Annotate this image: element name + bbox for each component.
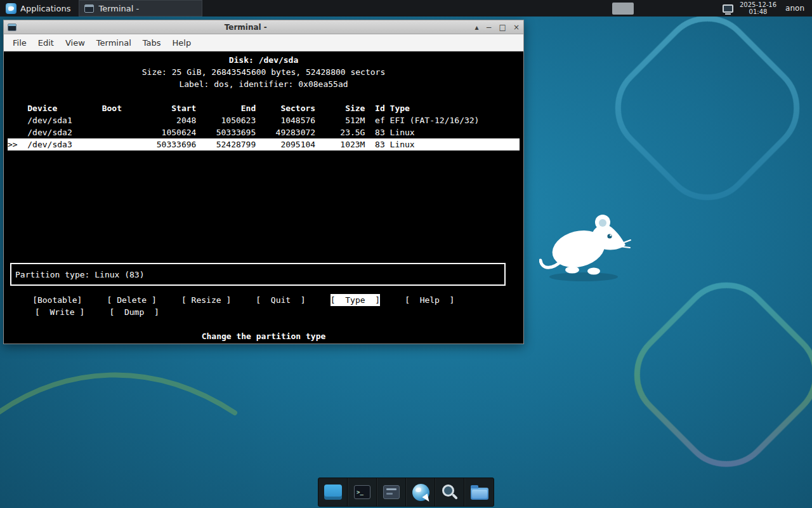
terminal-window: Terminal - ▴ − □ × File Edit View Termin… (3, 20, 524, 344)
show-desktop-icon (324, 485, 342, 500)
dock-show-desktop-button[interactable] (318, 478, 348, 506)
xubuntu-mouse-logo (539, 210, 634, 283)
disk-label-line: Label: dos, identifier: 0x08ea55ad (8, 78, 520, 90)
terminal-icon (84, 4, 94, 13)
menu-terminal[interactable]: Terminal (91, 36, 137, 50)
application-window-icon (383, 485, 400, 499)
dock-browser-launcher[interactable] (406, 478, 435, 506)
session-user-menu[interactable]: anon (785, 4, 804, 13)
shade-button[interactable]: ▴ (475, 23, 479, 31)
dock-app-finder-launcher[interactable] (435, 478, 464, 506)
menu-edit[interactable]: Edit (32, 36, 60, 50)
top-panel: Applications Terminal - 2025-12-16 01:48… (0, 0, 812, 17)
quit-button[interactable]: [ Quit ] (256, 294, 305, 306)
applications-icon (6, 3, 16, 14)
partition-type-box: Partition type: Linux (83) (10, 263, 506, 286)
taskbar-item-label: Terminal - (98, 4, 139, 13)
menu-tabs[interactable]: Tabs (137, 36, 167, 50)
write-button[interactable]: [ Write ] (35, 306, 84, 318)
menu-help[interactable]: Help (167, 36, 197, 50)
cfdisk-menu-row-2: [ Write ] [ Dump ] (35, 306, 520, 318)
maximize-button[interactable]: □ (499, 23, 506, 31)
dock-terminal-launcher[interactable] (348, 478, 377, 506)
app-finder-icon (441, 483, 459, 501)
minimize-button[interactable]: − (486, 23, 492, 31)
workspace-pager[interactable] (612, 3, 634, 15)
terminal-launcher-icon (354, 485, 370, 499)
partition-table-header: Device Boot Start End Sectors Size Id Ty… (8, 102, 520, 114)
display-tray-icon[interactable] (723, 4, 733, 13)
taskbar-item-terminal[interactable]: Terminal - (79, 0, 202, 17)
window-titlebar[interactable]: Terminal - ▴ − □ × (4, 20, 523, 34)
dock-file-manager-launcher[interactable] (464, 478, 494, 506)
terminal-window-icon (8, 23, 16, 31)
dock-app-window-launcher[interactable] (377, 478, 406, 506)
disk-title: Disk: /dev/sda (8, 54, 520, 66)
cfdisk-status-line: Change the partition type (8, 330, 520, 342)
partition-row-sda3-selected[interactable]: >> /dev/sda3 50333696 52428799 2095104 1… (8, 138, 520, 150)
bootable-button[interactable]: [Bootable] (32, 294, 82, 306)
type-button[interactable]: [ Type ] (331, 294, 380, 306)
help-button[interactable]: [ Help ] (405, 294, 454, 306)
menubar: File Edit View Terminal Tabs Help (4, 34, 523, 51)
cfdisk-menu-row-1: [Bootable] [ Delete ] [ Resize ] [ Quit … (32, 294, 520, 306)
partition-row-sda1[interactable]: /dev/sda1 2048 1050623 1048576 512M ef E… (8, 114, 520, 126)
panel-clock[interactable]: 2025-12-16 01:48 (740, 1, 776, 15)
window-title: Terminal - (16, 23, 475, 32)
clock-date: 2025-12-16 (740, 1, 776, 8)
resize-button[interactable]: [ Resize ] (181, 294, 231, 306)
partition-type-text: Partition type: Linux (83) (15, 269, 145, 281)
close-button[interactable]: × (513, 23, 520, 31)
delete-button[interactable]: [ Delete ] (107, 294, 157, 306)
web-browser-icon (412, 484, 429, 501)
partition-row-sda2[interactable]: /dev/sda2 1050624 50333695 49283072 23.5… (8, 126, 520, 138)
dock (318, 478, 494, 507)
applications-label: Applications (20, 4, 70, 13)
disk-size-line: Size: 25 GiB, 26843545600 bytes, 5242880… (8, 66, 520, 78)
applications-menu-button[interactable]: Applications (0, 0, 76, 17)
file-manager-icon (471, 488, 488, 500)
terminal-screen[interactable]: Disk: /dev/sda Size: 25 GiB, 26843545600… (4, 51, 523, 344)
clock-time: 01:48 (740, 8, 776, 15)
menu-view[interactable]: View (60, 36, 91, 50)
menu-file[interactable]: File (7, 36, 32, 50)
dump-button[interactable]: [ Dump ] (109, 306, 159, 318)
